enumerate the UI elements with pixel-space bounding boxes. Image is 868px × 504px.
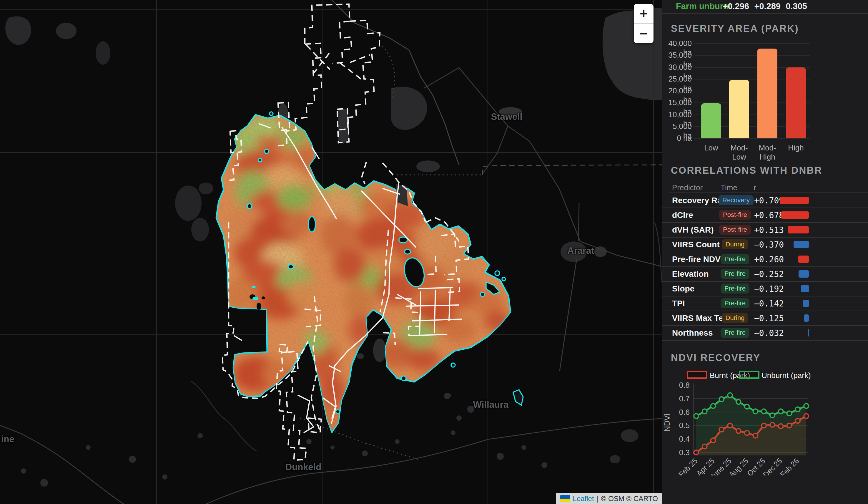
r-bar: [808, 329, 809, 336]
severity-gridline: [694, 43, 810, 44]
predictor-label: dCIre: [672, 211, 693, 220]
col-r: r: [754, 183, 756, 192]
predictor-label: Northness: [672, 328, 713, 338]
severity-xtick: High: [782, 143, 810, 152]
stats-sidebar: Farm unburnt +0.296 +0.289 0.305 SEVERIT…: [662, 0, 868, 504]
r-bar: [798, 255, 809, 263]
map-label-willaura: Willaura: [473, 400, 508, 410]
r-value: −0.125: [754, 313, 784, 323]
correlation-row: dVH (SAR)Post-fire+0.513: [662, 222, 868, 238]
svg-text:0.3: 0.3: [679, 448, 690, 457]
leaflet-link[interactable]: Leaflet: [573, 495, 594, 503]
svg-text:0.4: 0.4: [679, 434, 690, 443]
ndvi-line-chart: 0.30.40.50.60.70.8NDVIFeb 25Apr 25June 2…: [662, 378, 868, 475]
correlation-row: Pre-fire NDVIPre-fire+0.260: [662, 252, 868, 267]
correlation-row: ElevationPre-fire−0.252: [662, 266, 868, 282]
correlations-section-title: CORRELATIONS WITH DNBR: [671, 165, 823, 176]
r-bar: [794, 241, 809, 248]
predictor-label: dVH (SAR): [672, 225, 714, 235]
unburnt-legend-swatch: [739, 371, 760, 379]
r-bar: [804, 314, 809, 322]
r-bar: [801, 285, 809, 292]
predictor-label: Slope: [672, 284, 694, 293]
col-time: Time: [721, 183, 737, 192]
farm-unburnt-value-3: 0.305: [786, 1, 807, 11]
leaflet-zoom-control: + −: [634, 4, 653, 43]
leaflet-attribution: Leaflet | © OSM © CARTO: [556, 493, 662, 504]
r-bar: [803, 300, 809, 307]
correlation-row: VIIRS Max TempDuring−0.125: [662, 311, 868, 326]
map-label-ararat: Ararat: [567, 245, 594, 256]
svg-text:NDVI: NDVI: [663, 413, 671, 432]
predictor-label: Pre-fire NDVI: [672, 255, 723, 264]
r-value: −0.032: [754, 328, 784, 338]
severity-xtick: Mod-High: [753, 143, 782, 162]
time-badge: Pre-fire: [721, 269, 750, 279]
correlation-row: dCIrePost-fire+0.678: [662, 208, 868, 223]
correlation-row: SlopePre-fire−0.192: [662, 281, 868, 296]
predictor-label: TPI: [672, 299, 685, 308]
correlation-row: Recovery RateRecovery+0.709: [662, 193, 868, 208]
severity-gridline: [694, 55, 810, 56]
severity-ytick: 40,000 ha: [662, 39, 692, 57]
severity-xtick: Mod-Low: [725, 143, 753, 162]
map-label-stawell: Stawell: [491, 112, 523, 122]
time-badge: Recovery: [719, 195, 754, 205]
r-bar: [780, 196, 809, 204]
r-value: −0.142: [754, 299, 784, 309]
correlation-row: NorthnessPre-fire−0.032: [662, 325, 868, 341]
svg-text:0.5: 0.5: [679, 421, 690, 430]
correlation-row: VIIRS CountDuring−0.370: [662, 237, 868, 252]
severity-section-title: SEVERITY AREA (PARK): [671, 23, 799, 34]
time-badge: Pre-fire: [721, 298, 750, 308]
burnt-legend-swatch: [687, 371, 707, 379]
time-badge: During: [722, 313, 748, 323]
r-value: −0.192: [754, 284, 784, 294]
predictor-label: VIIRS Count: [672, 240, 720, 249]
map-label-ine: ine: [1, 434, 14, 444]
r-value: +0.678: [754, 211, 784, 220]
time-badge: Pre-fire: [721, 254, 750, 264]
col-predictor: Predictor: [672, 183, 703, 192]
severity-xtick: Low: [697, 143, 725, 152]
r-value: +0.709: [754, 196, 784, 205]
time-badge: During: [722, 239, 748, 249]
time-badge: Pre-fire: [721, 283, 750, 293]
ukraine-flag-icon: [560, 495, 570, 502]
r-bar: [798, 270, 809, 278]
r-value: −0.252: [754, 269, 784, 279]
time-badge: Post-fire: [719, 210, 751, 220]
zoom-in-button[interactable]: +: [634, 4, 653, 24]
severity-bar-mod-low: [729, 80, 749, 138]
time-badge: Pre-fire: [721, 327, 750, 338]
r-value: +0.260: [754, 255, 784, 264]
predictor-label: Elevation: [672, 269, 709, 279]
r-bar: [788, 226, 809, 233]
ndvi-section-title: NDVI RECOVERY: [671, 352, 761, 363]
svg-text:0.7: 0.7: [679, 394, 690, 403]
severity-bar-high: [786, 68, 806, 138]
farm-unburnt-value-1: +0.296: [723, 1, 749, 11]
map-label-dunkeld: Dunkeld: [286, 462, 321, 473]
severity-bar-mod-high: [757, 49, 777, 138]
time-badge: Post-fire: [719, 225, 751, 235]
zoom-out-button[interactable]: −: [634, 24, 653, 43]
map-canvas[interactable]: StawellAraratWillauraDunkeldine + − Leaf…: [0, 0, 662, 504]
svg-text:0.8: 0.8: [679, 381, 690, 390]
r-value: +0.513: [754, 225, 784, 235]
svg-text:Feb 26: Feb 26: [778, 457, 800, 475]
r-bar: [781, 211, 809, 219]
svg-text:0.6: 0.6: [679, 408, 690, 416]
severity-bar-low: [701, 103, 721, 138]
attribution-separator: |: [597, 495, 599, 503]
farm-unburnt-value-2: +0.289: [754, 1, 781, 11]
attribution-credits: © OSM © CARTO: [601, 495, 658, 503]
farm-unburnt-row: Farm unburnt +0.296 +0.289 0.305: [662, 0, 868, 13]
r-value: −0.370: [754, 240, 784, 250]
correlation-row: TPIPre-fire−0.142: [662, 296, 868, 311]
basemap-art: [0, 0, 662, 504]
